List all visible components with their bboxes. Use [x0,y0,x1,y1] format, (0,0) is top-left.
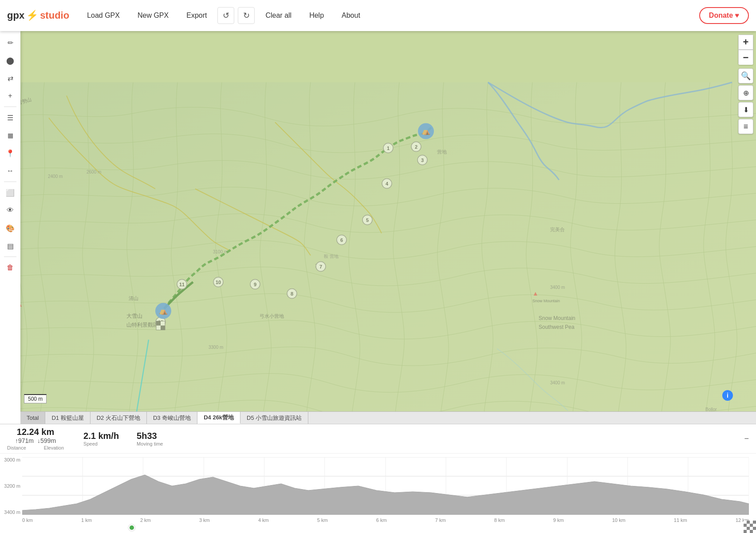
redo-button[interactable]: ↻ [238,7,255,24]
palette-tool-button[interactable]: 🎨 [2,220,18,236]
svg-text:Snow Mountain: Snow Mountain [539,315,575,321]
crop-tool-button[interactable]: ⬜ [2,185,18,201]
zoom-out-button[interactable]: − [738,50,753,65]
about-button[interactable]: About [335,8,367,23]
map-controls: + − 🔍 ⊕ ⬇ ≡ [736,31,756,138]
panel-close-button[interactable]: − [744,434,749,443]
download-button[interactable]: ⬇ [738,102,753,117]
svg-text:8: 8 [291,291,293,296]
scale-bar: 500 m [24,394,47,403]
info-button[interactable]: i [722,390,733,401]
donate-button[interactable]: Donate ♥ [699,7,749,24]
bottom-panel: 12.24 km ↑971m ↓599m Distance Elevation … [0,424,756,533]
logo-gpx: gpx [7,10,24,21]
svg-text:4: 4 [386,181,389,186]
load-gpx-button[interactable]: Load GPX [80,8,127,23]
trash-tool-button[interactable]: 🗑 [2,260,18,276]
tab-d1[interactable]: D1 鞍籃山屋 [45,412,90,424]
toolbar-divider-2 [4,182,16,182]
svg-text:鞍 营地: 鞍 营地 [324,254,339,259]
x-label-8: 8 km [494,517,505,523]
help-button[interactable]: Help [302,8,331,23]
x-label-2: 2 km [140,517,151,523]
svg-text:3300 m: 3300 m [209,345,223,350]
layers-tool-button[interactable]: ▦ [2,127,18,143]
elevation-label: Elevation [44,445,64,450]
svg-text:2: 2 [415,144,417,150]
svg-text:完美合: 完美合 [550,227,565,232]
toolbar-divider-1 [4,107,16,107]
svg-text:Bollor: Bollor [705,407,717,412]
download-icon: ⬇ [743,106,749,114]
map-layers-button[interactable]: ≡ [738,119,753,134]
elevation-chart[interactable] [22,457,749,515]
svg-text:5: 5 [366,217,369,223]
svg-text:7: 7 [319,264,322,269]
tab-d3[interactable]: D3 奇峻山營地 [147,412,197,424]
x-label-0: 0 km [22,517,33,523]
svg-text:3100 m: 3100 m [213,249,228,254]
svg-text:⛺: ⛺ [421,127,430,135]
pencil-tool-button[interactable]: ✏ [2,35,18,51]
eye-tool-button[interactable]: 👁 [2,202,18,218]
svg-text:大雪山: 大雪山 [126,313,142,319]
distance-value: 12.24 km [17,427,55,437]
layers-icon: ≡ [744,122,748,131]
dot-tool-button[interactable]: ⬤ [2,52,18,68]
svg-text:2600 m: 2600 m [87,170,101,174]
checker-pattern [744,521,756,533]
elevation-chart-area: 3400 m 3200 m 3000 m [0,454,756,531]
scale-label: 500 m [28,396,43,402]
svg-text:3: 3 [421,158,424,163]
plus-tool-button[interactable]: + [2,88,18,104]
undo-button[interactable]: ↺ [217,7,234,24]
locate-button[interactable]: ⊕ [738,85,753,100]
locate-icon: ⊕ [743,89,749,97]
x-label-3: 3 km [199,517,210,523]
svg-text:山特利景觀區: 山特利景觀區 [126,322,158,328]
speed-stat: 2.1 km/h Speed 5h33 Moving time [83,431,163,446]
chart-y-labels: 3400 m 3200 m 3000 m [0,457,22,515]
svg-text:弓水小营地: 弓水小营地 [260,313,284,319]
search-button[interactable]: 🔍 [738,68,753,83]
x-label-7: 7 km [435,517,446,523]
x-label-5: 5 km [317,517,328,523]
y-label-3400: 3400 m [0,509,20,515]
svg-text:9: 9 [254,282,256,287]
svg-text:▲: ▲ [532,290,539,297]
zoom-controls: + − [738,35,753,65]
distance-label: Distance [7,445,26,450]
x-label-10: 10 km [612,517,626,523]
tab-d2[interactable]: D2 火石山下營地 [91,412,147,424]
speed-label: Speed [83,441,119,446]
tab-d4[interactable]: D4 26k營地 [197,412,240,424]
distance-stat: 12.24 km ↑971m ↓599m Distance Elevation [7,427,64,450]
svg-rect-49 [161,326,165,330]
x-label-11: 11 km [674,517,687,523]
panel-header: 12.24 km ↑971m ↓599m Distance Elevation … [0,424,756,454]
tab-d5[interactable]: D5 小雪山旅遊資訊站 [240,412,308,424]
map-container[interactable]: 雪勢山 2400 m 2600 m 3100 m 3300 m 大南 鞍 营地 … [0,31,756,533]
stacked-tool-button[interactable]: ▤ [2,238,18,254]
app-logo: gpx⚡studio [7,10,69,21]
svg-text:3400 m: 3400 m [550,380,565,385]
elev-down: ↓599m [37,437,56,444]
resize-tool-button[interactable]: ↔ [2,163,18,179]
svg-text:3400 m: 3400 m [550,285,565,290]
search-icon: 🔍 [741,71,751,81]
list-tool-button[interactable]: ☰ [2,110,18,126]
clear-all-button[interactable]: Clear all [258,8,299,23]
new-gpx-button[interactable]: New GPX [130,8,176,23]
top-navigation: gpx⚡studio Load GPX New GPX Export ↺ ↻ C… [0,0,756,31]
y-label-3200: 3200 m [0,483,20,489]
panel-footer: Distance units Metric Velocity units Spe… [0,531,756,533]
toolbar-divider-3 [4,257,16,257]
svg-text:Snow Mountain: Snow Mountain [532,299,560,303]
x-label-1: 1 km [81,517,92,523]
pin-tool-button[interactable]: 📍 [2,145,18,161]
tab-total[interactable]: Total [20,412,45,424]
svg-text:6: 6 [340,237,343,243]
transfer-tool-button[interactable]: ⇄ [2,70,18,86]
export-button[interactable]: Export [179,8,214,23]
zoom-in-button[interactable]: + [738,35,753,50]
